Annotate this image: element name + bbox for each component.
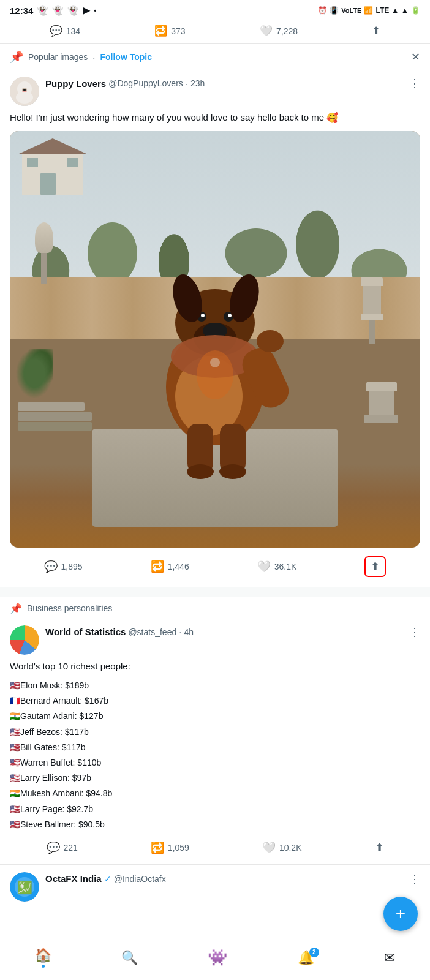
tweet-actions-2: 💬 221 🔁 1,059 🤍 10.2K ⬆: [10, 839, 420, 857]
avatar-2[interactable]: [10, 625, 39, 655]
retweet-count[interactable]: 🔁 373: [154, 24, 185, 37]
comment-count-1: 1,895: [61, 562, 83, 571]
verified-badge: ✓: [104, 874, 111, 884]
ivy-left: [10, 349, 59, 423]
home-active-dot: [42, 965, 45, 968]
stone-body: [369, 391, 394, 415]
svg-point-26: [219, 464, 246, 479]
avatar-image-partial: 💹: [10, 872, 39, 902]
tweet-more-button-2[interactable]: ⋮: [404, 625, 420, 639]
bottom-nav: 🏠 🔍 👾 🔔 2 ✉: [0, 941, 430, 980]
svg-point-8: [25, 91, 27, 92]
tweet-image-1[interactable]: [10, 131, 420, 548]
tweet-author-info-1: Puppy Lovers @DogPuppyLovers · 23h: [45, 78, 205, 89]
nav-home[interactable]: 🏠: [35, 948, 51, 968]
topic-header-popular-images: 📌 Popular images · Follow Topic ✕: [0, 44, 430, 69]
comment-action-1[interactable]: 💬 1,895: [44, 560, 83, 573]
lte-icon: LTE: [375, 6, 389, 15]
tweet-card-2: World of Statistics @stats_feed · 4h ⋮ W…: [0, 618, 430, 865]
author-name-2: World of Statistics: [45, 627, 126, 637]
share-action-1[interactable]: ⬆: [364, 556, 386, 577]
avatar-1[interactable]: [10, 77, 39, 106]
tweet-card-partial: 💹 OctaFX India ✓ @IndiaOctafx ⋮: [0, 865, 430, 914]
list-item: 🇺🇸Larry Ellison: $97b: [10, 771, 420, 786]
author-handle-1: @DogPuppyLovers: [108, 78, 183, 88]
tweet-time-1: 23h: [190, 78, 205, 88]
svg-point-2: [16, 91, 33, 104]
house-window-right: [67, 158, 78, 167]
retweet-count-1: 1,446: [168, 562, 189, 571]
author-name-partial: OctaFX India: [45, 873, 102, 884]
tweet-header-1: Puppy Lovers @DogPuppyLovers · 23h ⋮: [10, 77, 420, 106]
topic-pin-icon-2: 📌: [10, 603, 22, 614]
comment-action-2[interactable]: 💬 221: [47, 841, 78, 854]
lantern-top: [361, 277, 383, 286]
share-button[interactable]: ⬆: [372, 24, 380, 37]
author-handle-partial: @IndiaOctafx: [114, 874, 166, 884]
avatar-partial[interactable]: 💹: [10, 872, 39, 902]
ghost-icon-1: 👻: [37, 5, 48, 16]
retweet-action-icon-2: 🔁: [151, 841, 164, 854]
tweet-more-button-1[interactable]: ⋮: [404, 77, 420, 90]
tweet-more-button-partial[interactable]: ⋮: [404, 872, 420, 886]
house-roof: [19, 138, 86, 154]
comment-number: 134: [66, 26, 80, 36]
share-action-icon-2: ⬆: [375, 841, 384, 854]
list-item: 🇮🇳Mukesh Ambani: $94.8b: [10, 786, 420, 801]
nav-search[interactable]: 🔍: [121, 950, 138, 966]
like-action-1[interactable]: 🤍 36.1K: [257, 560, 297, 573]
share-action-2[interactable]: ⬆: [375, 841, 384, 854]
retweet-icon: 🔁: [154, 24, 167, 37]
author-name-1: Puppy Lovers: [45, 78, 106, 89]
wifi-icon: 📶: [364, 6, 373, 15]
like-action-icon-1: 🤍: [257, 560, 271, 573]
status-right: ⏰ 📳 VoLTE 📶 LTE ▲ ▲ 🔋: [318, 6, 420, 15]
youtube-icon: ▶: [83, 5, 90, 16]
svg-point-6: [23, 89, 26, 91]
house-window-left: [27, 158, 38, 167]
nav-notifications[interactable]: 🔔 2: [298, 950, 314, 966]
stone-decoration-right: [363, 382, 400, 431]
share-action-icon-1: ⬆: [371, 560, 380, 573]
like-action-2[interactable]: 🤍 10.2K: [262, 841, 302, 854]
dot-icon: •: [94, 7, 96, 14]
status-bar: 12:34 👻 👻 👻 ▶ • ⏰ 📳 VoLTE 📶 LTE ▲ ▲ 🔋: [0, 0, 430, 18]
stone-base: [364, 415, 398, 423]
svg-point-17: [228, 314, 232, 317]
statue-body: [35, 222, 53, 253]
comment-action-icon-2: 💬: [47, 841, 60, 854]
tweet-author-line-partial: OctaFX India ✓ @IndiaOctafx ⋮: [45, 872, 420, 886]
retweet-count-2: 1,059: [168, 843, 189, 853]
ivy-bush: [16, 349, 53, 398]
comment-count[interactable]: 💬 134: [50, 24, 80, 37]
close-topic-button[interactable]: ✕: [411, 50, 420, 64]
signal-icon: VoLTE: [341, 7, 361, 14]
retweet-action-2[interactable]: 🔁 1,059: [151, 841, 189, 854]
time: 12:34: [10, 6, 33, 16]
like-count[interactable]: 🤍 7,228: [260, 24, 298, 37]
alarm-icon: ⏰: [318, 6, 327, 15]
list-item: 🇺🇸Steve Ballmer: $90.5b: [10, 817, 420, 832]
follow-topic-button[interactable]: Follow Topic: [100, 52, 152, 62]
engagement-bar: 💬 134 🔁 373 🤍 7,228 ⬆: [0, 18, 430, 44]
list-item: 🇫🇷Bernard Arnault: $167b: [10, 693, 420, 709]
tweet-meta-2: World of Statistics @stats_feed · 4h ⋮: [45, 625, 420, 639]
tweet-meta-partial: OctaFX India ✓ @IndiaOctafx ⋮: [45, 872, 420, 886]
vibrate-icon: 📳: [330, 6, 339, 15]
retweet-action-icon-1: 🔁: [151, 560, 164, 573]
retweet-action-1[interactable]: 🔁 1,446: [151, 560, 189, 573]
dog-figure: [129, 240, 301, 497]
lantern-right: [356, 277, 387, 344]
statue-pole: [41, 253, 47, 284]
list-item: 🇺🇸Jeff Bezos: $117b: [10, 725, 420, 740]
avatar-image-1: [10, 77, 39, 106]
tweet-author-line-1: Puppy Lovers @DogPuppyLovers · 23h ⋮: [45, 77, 420, 90]
nav-messages[interactable]: ✉: [384, 950, 395, 966]
messages-icon: ✉: [384, 950, 395, 966]
ghost-icon-2: 👻: [52, 5, 64, 16]
ghost-icon-3: 👻: [67, 5, 79, 16]
house: [22, 152, 83, 195]
author-handle-2: @stats_feed: [128, 627, 176, 637]
nav-spaces[interactable]: 👾: [208, 948, 227, 967]
compose-button[interactable]: +: [383, 897, 418, 931]
